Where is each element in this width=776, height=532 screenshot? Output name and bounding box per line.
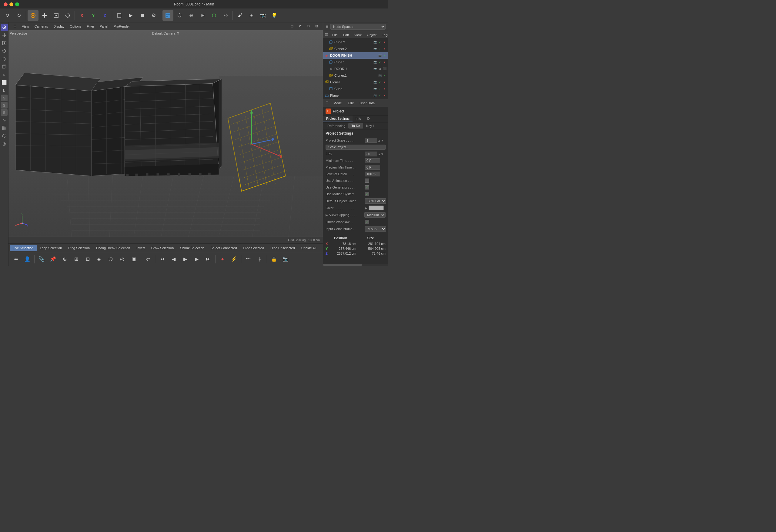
preview-min-time-input[interactable] — [365, 165, 380, 170]
bt-person[interactable]: 👤 — [22, 254, 33, 264]
obj-item-cube1[interactable]: Cube.1 📷 ✓ ● — [323, 59, 388, 65]
sel-btn-unhide[interactable]: Unhide All — [298, 245, 320, 251]
obj-item-door1[interactable]: ⚙ DOOR.1 📷 ⊞ ⬛ — [323, 65, 388, 72]
viewport-menu-prorender[interactable]: ProRender — [111, 24, 132, 29]
sidebar-btn-move[interactable] — [1, 31, 8, 39]
viewport-menu-panel[interactable]: Panel — [97, 24, 111, 29]
grid2-button[interactable]: ⊞ — [246, 10, 257, 21]
camera-label[interactable]: Default Camera ⚙ — [152, 31, 179, 35]
sidebar-btn-cylinder[interactable]: ⬜ — [1, 79, 8, 86]
bt-next-key[interactable]: ⏭ — [203, 254, 214, 264]
sidebar-btn-s3[interactable]: S — [1, 109, 8, 116]
sidebar-btn-circle[interactable]: ◎ — [1, 140, 8, 147]
obj-item-plane[interactable]: Plane 📷 ✓ ● — [323, 92, 388, 99]
light-button[interactable]: 💡 — [269, 10, 280, 21]
obj-item-cube2[interactable]: Cube.2 📷 ✓ ● — [323, 39, 388, 45]
viewport-menu-cameras[interactable]: Cameras — [32, 24, 51, 29]
sel-btn-grow[interactable]: Grow Selection — [148, 245, 177, 251]
x-axis-button[interactable]: X — [76, 10, 87, 21]
color-swatch[interactable] — [369, 205, 384, 210]
viewport-menu-filter[interactable]: Filter — [84, 24, 96, 29]
brush-button[interactable]: 🖌 — [234, 10, 245, 21]
min-time-input[interactable] — [365, 158, 380, 163]
move-tool[interactable] — [39, 10, 50, 21]
linear-workflow-checkbox[interactable]: ✓ — [365, 220, 369, 224]
viewport-menu-hamburger[interactable]: ☰ — [11, 24, 19, 29]
scale-project-button[interactable]: Scale Project... — [326, 145, 386, 150]
bt-auto-key[interactable]: ⚡ — [228, 254, 239, 264]
close-button[interactable] — [4, 2, 8, 6]
sel-btn-connected[interactable]: Select Connected — [208, 245, 240, 251]
obj-item-cloner2[interactable]: Cloner.2 📷 ✓ ● — [323, 45, 388, 52]
use-animation-checkbox[interactable]: ✓ — [365, 179, 369, 183]
lod-input[interactable] — [365, 172, 380, 176]
sidebar-btn-sphere[interactable]: ○ — [1, 71, 8, 78]
minimize-button[interactable] — [9, 2, 13, 6]
bt-tangent[interactable]: ⟊ — [254, 254, 265, 264]
bt-snap6[interactable]: ◈ — [94, 254, 105, 264]
sub-tab-key[interactable]: Key I — [363, 123, 377, 129]
obj-item-cloner1[interactable]: Cloner.1 📷 ✓ — [323, 72, 388, 79]
node-spaces-dropdown[interactable]: Node Spaces — [331, 24, 386, 30]
bt-snap7[interactable]: ⬡ — [105, 254, 116, 264]
viewport-canvas[interactable]: Perspective Default Camera ⚙ Y X Z — [8, 30, 323, 237]
bt-record[interactable]: ● — [217, 254, 228, 264]
snap-button[interactable]: ⊕ — [186, 10, 196, 21]
mode-item-mode[interactable]: Mode — [332, 101, 344, 106]
redo-button[interactable]: ↻ — [13, 10, 24, 21]
sel-btn-ring[interactable]: Ring Selection — [65, 245, 93, 251]
bt-snap1[interactable]: 📎 — [36, 254, 47, 264]
play-button[interactable]: ▶ — [125, 10, 136, 21]
symmetry-button[interactable]: ⇔ — [220, 10, 231, 21]
bt-snap8[interactable]: ◎ — [117, 254, 128, 264]
tab-info[interactable]: Info — [353, 116, 364, 122]
sel-btn-invert[interactable]: Invert — [133, 245, 148, 251]
stop-button[interactable]: ⏹ — [137, 10, 148, 21]
bt-snap9[interactable]: ▣ — [128, 254, 139, 264]
object-mode-button[interactable] — [114, 10, 125, 21]
sel-btn-loop[interactable]: Loop Selection — [37, 245, 65, 251]
use-generators-checkbox[interactable]: ✓ — [365, 185, 369, 189]
z-axis-button[interactable]: Z — [100, 10, 110, 21]
sel-btn-hide[interactable]: Hide Selected — [240, 245, 267, 251]
sidebar-btn-cube[interactable] — [1, 63, 8, 70]
sidebar-btn-s1[interactable]: S — [1, 95, 8, 101]
green-button[interactable]: ⬡ — [209, 10, 219, 21]
bt-snap4[interactable]: ⊞ — [71, 254, 81, 264]
bt-spline[interactable]: 〜 — [243, 254, 254, 264]
tab-project-settings[interactable]: Project Settings — [323, 116, 353, 122]
mode-item-userdata[interactable]: User Data — [358, 101, 377, 106]
viewport-icon2[interactable]: ↺ — [297, 24, 304, 29]
sel-btn-live[interactable]: Live Selection — [10, 245, 37, 251]
project-scale-input[interactable] — [365, 138, 377, 143]
sidebar-btn-s2[interactable]: S — [1, 102, 8, 109]
viewport-menu-view[interactable]: View — [19, 24, 31, 29]
viewport-menu-display[interactable]: Display — [51, 24, 67, 29]
bt-snap3[interactable]: ⊕ — [59, 254, 70, 264]
mode-item-edit[interactable]: Edit — [346, 101, 356, 106]
file-menu-view[interactable]: View — [352, 32, 364, 37]
file-menu-object[interactable]: Object — [364, 32, 379, 37]
view-clipping-dropdown[interactable]: Medium — [364, 212, 386, 218]
render-settings-button[interactable]: ⚙ — [148, 10, 159, 21]
bt-snap5[interactable]: ⊡ — [82, 254, 93, 264]
sub-tab-todo[interactable]: To Do — [348, 123, 363, 129]
rotate-tool[interactable] — [62, 10, 73, 21]
use-motion-checkbox[interactable]: ✓ — [365, 192, 369, 196]
viewport-icon1[interactable]: ⊞ — [288, 24, 296, 29]
tab-d[interactable]: D — [364, 116, 373, 122]
obj-item-cube[interactable]: Cube 📷 ✓ ● — [323, 85, 388, 92]
bt-snap2[interactable]: 📌 — [48, 254, 58, 264]
live-select-tool[interactable] — [28, 10, 38, 21]
grid-button[interactable]: ⊞ — [197, 10, 208, 21]
sel-btn-shrink[interactable]: Shrink Selection — [177, 245, 207, 251]
file-menu-tags[interactable]: Tags — [380, 32, 388, 37]
maximize-button[interactable] — [15, 2, 19, 6]
y-axis-button[interactable]: Y — [88, 10, 99, 21]
sidebar-btn-curve[interactable]: ∿ — [1, 117, 8, 124]
undo-button[interactable]: ↺ — [2, 10, 13, 21]
viewport-icon3[interactable]: ↻ — [305, 24, 312, 29]
view-clipping-expand[interactable]: ▶ — [326, 213, 328, 217]
sidebar-btn-grid2[interactable] — [1, 132, 8, 140]
viewport-icon4[interactable]: ⊡ — [313, 24, 321, 29]
